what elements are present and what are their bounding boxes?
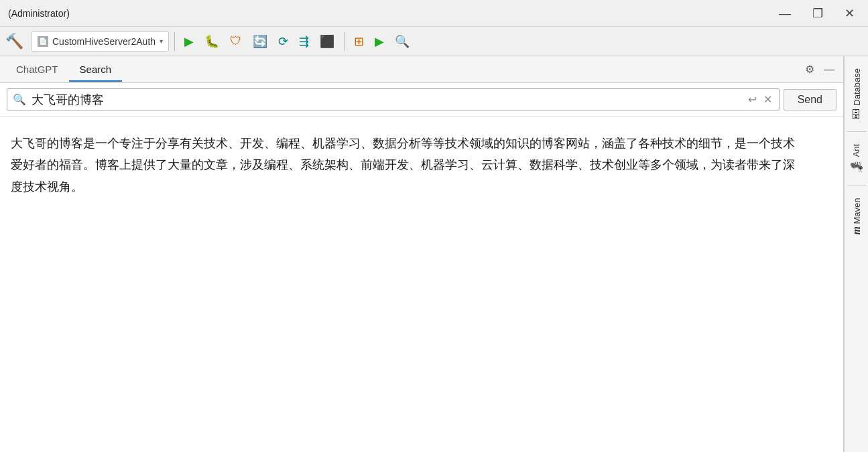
tab-chatgpt[interactable]: ChatGPT: [5, 58, 69, 82]
sidebar-item-maven-label: Maven: [851, 198, 861, 224]
connection-name: CustomHiveServer2Auth: [52, 36, 156, 47]
sidebar-divider-1: [847, 131, 866, 132]
tab-bar: ChatGPT Search ⚙ —: [0, 56, 843, 83]
queue-button[interactable]: ⇶: [295, 31, 313, 52]
tab-minimize-button[interactable]: —: [820, 62, 838, 78]
search-bar: 🔍 ↩ ✕ Send: [0, 83, 843, 117]
run-button[interactable]: ▶: [180, 31, 198, 52]
main-area: ChatGPT Search ⚙ — 🔍 ↩ ✕ Send: [0, 56, 868, 452]
sidebar-item-database[interactable]: 🗄 Database: [848, 62, 865, 126]
title-bar-controls: — ❐ ✕: [773, 5, 860, 22]
maven-icon: m: [851, 226, 863, 234]
refresh2-button[interactable]: ⟳: [274, 31, 292, 52]
ant-icon: 🐜: [850, 159, 863, 173]
debug-button[interactable]: 🐛: [200, 31, 223, 52]
right-sidebar: 🗄 Database 🐜 Ant m Maven: [844, 56, 868, 452]
send-button[interactable]: Send: [784, 89, 836, 110]
play2-button[interactable]: ▶: [371, 31, 388, 52]
connection-icon: 📄: [38, 36, 48, 47]
settings-button[interactable]: ⚙: [802, 61, 818, 78]
connection-dropdown[interactable]: 📄 CustomHiveServer2Auth ▾: [32, 31, 169, 52]
minimize-button[interactable]: —: [773, 5, 796, 22]
result-text: 大飞哥的博客是一个专注于分享有关技术、开发、编程、机器学习、数据分析等等技术领域…: [11, 133, 802, 198]
sidebar-divider-2: [847, 185, 866, 185]
undo-button[interactable]: ↩: [747, 92, 758, 107]
search-toolbar-button[interactable]: 🔍: [391, 31, 414, 52]
tab-actions: ⚙ —: [802, 61, 838, 78]
toolbar: 🔨 📄 CustomHiveServer2Auth ▾ ▶ 🐛 🛡 🔄 ⟳ ⇶ …: [0, 27, 868, 56]
database-icon: 🗄: [851, 108, 863, 119]
schema-button[interactable]: ⊞: [350, 31, 368, 52]
sidebar-item-ant-label: Ant: [851, 144, 861, 157]
search-input-actions: ↩ ✕: [747, 92, 773, 107]
title-bar: (Administrator) — ❐ ✕: [0, 0, 868, 27]
toolbar-separator-2: [344, 32, 345, 51]
tab-search[interactable]: Search: [69, 58, 123, 82]
sidebar-item-database-label: Database: [851, 68, 861, 106]
toolbar-separator-1: [174, 32, 175, 51]
maximize-button[interactable]: ❐: [807, 5, 828, 22]
sidebar-item-maven[interactable]: m Maven: [848, 191, 865, 241]
explain-plan-button[interactable]: 🛡: [226, 31, 246, 51]
result-area: 大飞哥的博客是一个专注于分享有关技术、开发、编程、机器学习、数据分析等等技术领域…: [0, 117, 843, 452]
search-input-wrapper: 🔍 ↩ ✕: [7, 88, 780, 110]
search-icon: 🔍: [13, 93, 26, 106]
app-logo[interactable]: 🔨: [5, 33, 23, 50]
chevron-down-icon: ▾: [160, 37, 163, 45]
clear-button[interactable]: ✕: [762, 92, 773, 107]
search-input[interactable]: [32, 92, 741, 106]
stop-button[interactable]: ⬛: [316, 31, 338, 52]
window-title: (Administrator): [8, 8, 70, 19]
refresh-button[interactable]: 🔄: [249, 31, 271, 52]
sidebar-item-ant[interactable]: 🐜 Ant: [847, 137, 865, 180]
center-panel: ChatGPT Search ⚙ — 🔍 ↩ ✕ Send: [0, 56, 844, 452]
close-button[interactable]: ✕: [839, 5, 860, 22]
title-bar-left: (Administrator): [8, 8, 70, 19]
